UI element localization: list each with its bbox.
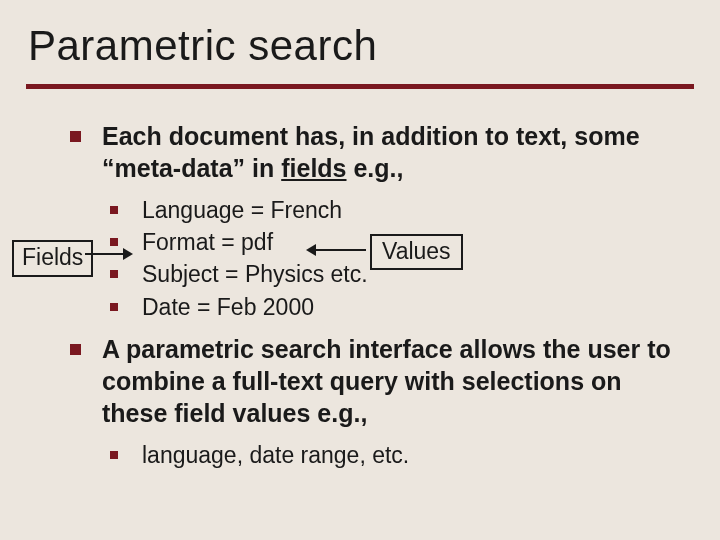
values-label: Values (382, 238, 451, 264)
sub-bullet-2-1: language, date range, etc. (110, 439, 682, 471)
sub-bullet-3-text: Subject = Physics etc. (142, 261, 368, 287)
values-label-box: Values (370, 234, 463, 270)
slide: Parametric search Each document has, in … (0, 0, 720, 540)
slide-body: Each document has, in addition to text, … (70, 120, 682, 471)
square-bullet-icon (70, 344, 81, 355)
bullet-point-1: Each document has, in addition to text, … (70, 120, 682, 184)
square-bullet-icon (110, 238, 118, 246)
bullet-point-2: A parametric search interface allows the… (70, 333, 682, 429)
square-bullet-icon (110, 451, 118, 459)
sub-bullet-4-text: Date = Feb 2000 (142, 294, 314, 320)
square-bullet-icon (110, 270, 118, 278)
sub-bullet-1: Language = French (110, 194, 682, 226)
point2-text: A parametric search interface allows the… (102, 335, 671, 427)
title-underline (26, 84, 694, 89)
arrow-left-icon (308, 249, 366, 251)
slide-title: Parametric search (28, 22, 377, 70)
sub-bullet-2-text: Format = pdf (142, 229, 273, 255)
fields-label-box: Fields (12, 240, 93, 277)
fields-label: Fields (22, 244, 83, 270)
square-bullet-icon (70, 131, 81, 142)
sub-bullet-1-text: Language = French (142, 197, 342, 223)
point1-text-suffix: e.g., (347, 154, 404, 182)
square-bullet-icon (110, 206, 118, 214)
arrow-right-icon (85, 253, 131, 255)
sub-bullet-2-1-text: language, date range, etc. (142, 442, 409, 468)
spacer (70, 323, 682, 333)
point1-underlined-word: fields (281, 154, 346, 182)
sub-bullet-4: Date = Feb 2000 (110, 291, 682, 323)
square-bullet-icon (110, 303, 118, 311)
